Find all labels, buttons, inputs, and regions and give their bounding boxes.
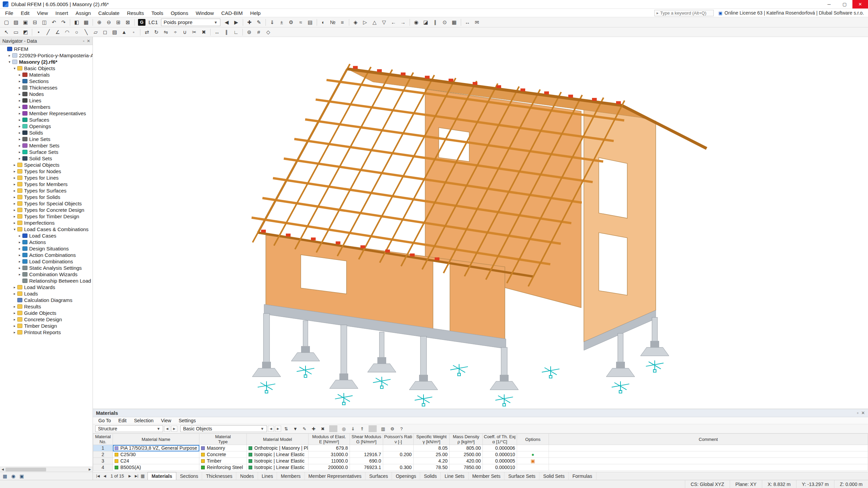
tree-item[interactable]: ▸ Lines [0,97,93,104]
table-list-icon[interactable]: ▦ [141,473,145,479]
thermal-coeff-value[interactable]: 0.000010 [483,464,517,471]
table-column-header[interactable]: Options [517,434,549,445]
table-column-header[interactable]: Material Type [199,434,247,445]
tree-item[interactable]: ▸ Types for Special Objects [0,200,93,207]
new-hinge-icon[interactable]: ◦ [129,28,138,36]
comment-cell[interactable] [549,445,868,451]
table-tab[interactable]: Surface Sets [505,472,539,480]
separator[interactable] [243,19,243,26]
specific-weight-value[interactable]: 8.05 [414,445,450,451]
comment-cell[interactable] [549,464,868,471]
navigator-toggle-icon[interactable]: ◧ [72,18,81,26]
material-name-cell[interactable]: B500S(A) [113,464,199,471]
modulus-value[interactable]: 200000.0 [309,464,350,471]
tree-expander[interactable]: ▸ [12,176,17,180]
first-table-button[interactable]: |◀ [95,474,101,478]
shear-modulus-value[interactable]: 12916.7 [350,451,383,458]
options-cell[interactable] [517,464,549,471]
show-results-icon[interactable]: ≈ [296,18,305,26]
material-name-cell[interactable]: C24 [113,458,199,464]
tree-item[interactable]: ▸ Types for Members [0,181,93,187]
tree-expander[interactable]: ▾ [12,227,17,231]
tree-item[interactable]: ▸ Design Situations [0,245,93,252]
tree-item[interactable]: ▸ Types for Concrete Design [0,207,93,213]
edit-material-icon[interactable]: ✎ [300,425,309,432]
table-tab[interactable]: Lines [258,472,277,480]
help-icon[interactable]: ? [397,425,406,432]
new-solid-icon[interactable]: ▧ [110,28,119,36]
table-column-header[interactable]: Coeff. of Th. Exp. α [1/°C] [483,434,517,445]
tree-expander[interactable]: ▸ [12,221,17,225]
material-type-cell[interactable]: Reinforcing Steel [199,464,247,471]
menu-item[interactable]: Help [246,9,264,17]
view-z-icon[interactable]: ▽ [380,18,389,26]
tree-item[interactable]: ▸ Special Objects [0,162,93,168]
connect-icon[interactable]: ∪ [180,28,189,36]
right-wall[interactable] [584,104,656,342]
material-row[interactable]: 2 C25/30 Concrete Isotropic | Linear Ela… [93,451,868,458]
float-panel-icon[interactable]: ▫ [83,39,84,43]
comment-cell[interactable] [549,451,868,458]
thermal-coeff-value[interactable]: 0.000010 [483,451,517,458]
combo-prev-icon[interactable]: ◀ [268,426,274,432]
material-number[interactable]: 3 [93,458,113,464]
tree-item[interactable]: ▸ Combination Wizards [0,271,93,278]
separator[interactable] [242,29,243,36]
tree-item[interactable]: Relationship Between Load Cases [0,278,93,284]
modulus-value[interactable]: 31000.0 [309,451,350,458]
scroll-thumb[interactable] [5,468,46,471]
show-loads-icon[interactable]: ⇓ [268,18,277,26]
nodal-supports[interactable] [258,361,664,406]
tree-item[interactable]: ▸ Openings [0,123,93,129]
table-tab[interactable]: Member Representatives [305,472,366,480]
tree-item[interactable]: ▾ Masonry (2).rf6* [0,59,93,65]
tree-expander[interactable]: ▸ [17,247,22,250]
view-y-icon[interactable]: △ [370,18,379,26]
copy-icon[interactable]: ◫ [40,18,49,26]
objects-combo[interactable]: Basic Objects ▼ [180,425,267,432]
material-model-cell[interactable]: Isotropic | Linear Elastic [247,464,309,471]
foundation-footings[interactable] [252,341,669,390]
table-tab[interactable]: Sections [176,472,202,480]
tree-item[interactable]: ▸ Load Combinations [0,258,93,265]
table-tab[interactable]: Thicknesses [202,472,236,480]
menu-item[interactable]: Tools [147,9,167,17]
delete-icon[interactable]: ✖ [199,28,208,36]
tree-item[interactable]: ▸ Types for Surfaces [0,187,93,194]
tree-item[interactable]: ▸ Materials [0,72,93,78]
new-model-icon[interactable]: ▢ [2,18,11,26]
mass-density-value[interactable]: 2500.00 [450,451,483,458]
scroll-left-icon[interactable]: ◀ [0,468,5,471]
mirror-icon[interactable]: ⇋ [161,28,170,36]
tree-item[interactable]: ▸ Thicknesses [0,84,93,91]
shear-modulus-value[interactable]: 690.0 [350,458,383,464]
tree-expander[interactable]: ▸ [17,234,22,238]
material-model-cell[interactable]: Isotropic | Linear Elastic [247,451,309,458]
undo-icon[interactable]: ↶ [50,18,58,26]
select-special-icon[interactable]: ◩ [21,28,30,36]
work-plane-icon[interactable]: ◇ [264,28,273,36]
combo-next-icon[interactable]: ▶ [275,426,281,432]
tree-item[interactable]: ▸ Concrete Design [0,316,93,323]
open-model-icon[interactable]: ▨ [12,18,20,26]
zoom-out-icon[interactable]: ⊖ [104,18,113,26]
measure-icon[interactable]: ↔ [463,18,472,26]
tree-expander[interactable]: ▸ [12,324,17,328]
poisson-ratio-value[interactable]: 0.200 [383,451,414,458]
table-tab[interactable]: Materials [147,472,176,480]
tree-expander[interactable]: ▸ [12,318,17,321]
clipping-planes-icon[interactable]: ◪ [421,18,430,26]
tree-expander[interactable]: ▸ [12,215,17,218]
viewport-3d[interactable] [93,37,868,409]
menu-item[interactable]: File [1,9,17,17]
combo-prev-icon[interactable]: ◀ [164,426,170,432]
tree-expander[interactable]: ▸ [17,240,22,244]
combo-next-icon[interactable]: ▶ [171,426,177,432]
table-tab[interactable]: Openings [392,472,420,480]
close-panel-icon[interactable]: ✕ [87,39,90,43]
previous-view-icon[interactable]: ← [389,18,398,26]
table-column-header[interactable]: Modulus of Elast. E [N/mm²] [309,434,350,445]
table-tab[interactable]: Members [277,472,304,480]
show-numbering-icon[interactable]: № [329,18,337,26]
separator[interactable] [369,425,377,432]
